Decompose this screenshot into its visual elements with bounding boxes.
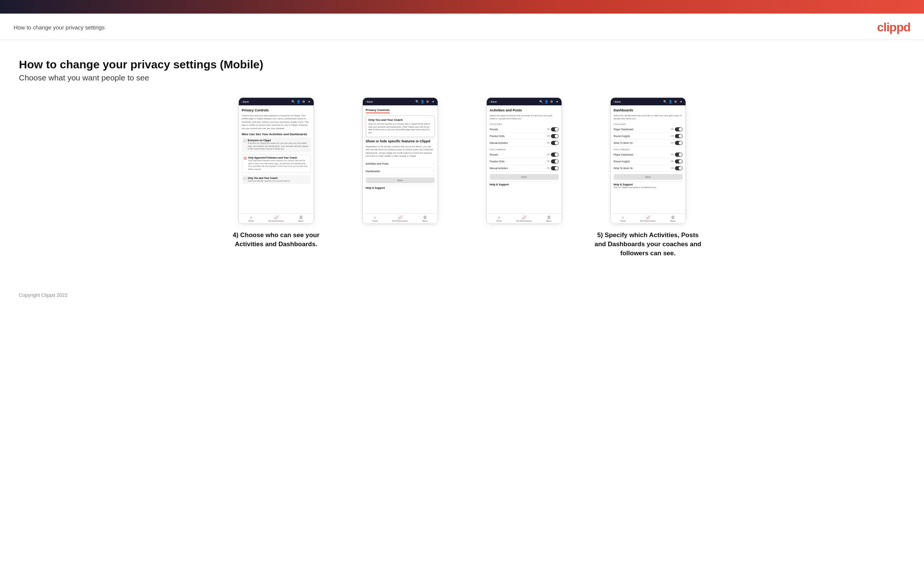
coaches-what-to-work-row: What To Work On ON (614, 140, 683, 147)
search-icon-4[interactable]: 🔍 (663, 100, 667, 103)
followers-what-to-work-toggle[interactable] (675, 166, 683, 170)
performance-icon-4: 📈 (646, 216, 650, 219)
bottom-nav-home-3[interactable]: ⌂ Home (487, 216, 512, 222)
person-icon-2[interactable]: 👤 (421, 100, 425, 103)
back-button-2[interactable]: ‹ Back (365, 100, 373, 103)
phone-bottom-nav-3: ⌂ Home 📈 My Performance ☰ Menu (487, 213, 562, 224)
coaches-what-to-work-toggle[interactable] (675, 141, 683, 145)
person-icon-3[interactable]: 👤 (544, 100, 548, 103)
followers-player-dashboard-row: Player Dashboard ON (614, 152, 683, 158)
bottom-nav-performance-2[interactable]: 📈 My Performance (388, 216, 413, 222)
mockup-group-1: ‹ Back 🔍 👤 ⚙ ▾ Privacy Controls Control … (220, 97, 333, 249)
phone-screen-2: ‹ Back 🔍 👤 ⚙ ▾ Privacy Controls O (362, 97, 438, 224)
settings-icon[interactable]: ⚙ (302, 100, 306, 103)
top-bar (0, 0, 924, 14)
followers-round-insights-toggle[interactable] (675, 160, 683, 163)
bottom-nav-performance-3[interactable]: 📈 My Performance (512, 216, 536, 222)
bottom-nav-menu-1[interactable]: ☰ Menu (289, 216, 314, 222)
privacy-tab-2: Privacy Controls (366, 108, 390, 113)
phone-screen-3: ‹ Back 🔍 👤 ⚙ ▾ Activities and Posts Sele… (486, 97, 562, 224)
search-icon-2[interactable]: 🔍 (415, 100, 419, 103)
phone-nav-1: ‹ Back 🔍 👤 ⚙ ▾ (239, 98, 314, 105)
section-title-3: Activities and Posts (490, 108, 559, 112)
save-btn-2[interactable]: Save (366, 177, 435, 183)
back-button-3[interactable]: ‹ Back (489, 100, 497, 103)
home-icon-4: ⌂ (622, 216, 624, 219)
coaches-drills-toggle[interactable] (551, 134, 559, 138)
followers-drills-row: Practice Drills ON (490, 158, 559, 165)
mockups-row: ‹ Back 🔍 👤 ⚙ ▾ Privacy Controls Control … (19, 97, 905, 258)
home-icon-2: ⌂ (374, 216, 376, 219)
performance-icon-3: 📈 (522, 216, 527, 219)
menu-icon-1: ☰ (299, 216, 303, 219)
followers-player-dashboard-toggle[interactable] (675, 153, 683, 157)
caption-1: 4) Choose who can see your Activities an… (220, 231, 333, 249)
section-title-1: Privacy Controls (242, 108, 311, 112)
who-can-see-heading: Who Can See Your Activities and Dashboar… (242, 132, 311, 136)
popup-title: Only You and Your Coach (368, 118, 432, 122)
radio-only-you[interactable] (243, 177, 246, 180)
coaches-player-dashboard-toggle[interactable] (675, 127, 683, 131)
phone-nav-4: ‹ Back 🔍 👤 ⚙ ▾ (611, 98, 685, 105)
help-desc-4: Visit our Clippd community to troublesho… (614, 186, 683, 189)
radio-everyone[interactable] (243, 139, 246, 142)
mockup-group-4: ‹ Back 🔍 👤 ⚙ ▾ Dashboards Select the das… (591, 97, 705, 258)
option-only-you[interactable]: Only You and Your Coach Only you and the… (242, 175, 311, 184)
save-btn-3[interactable]: Save (490, 174, 559, 180)
save-btn-4[interactable]: Save (614, 174, 683, 180)
show-hide-desc: Regardless of the privacy controls that … (366, 145, 435, 158)
followers-what-to-work-row: What To Work On ON (614, 165, 683, 172)
search-icon-3[interactable]: 🔍 (539, 100, 543, 103)
phone-screen-4: ‹ Back 🔍 👤 ⚙ ▾ Dashboards Select the das… (610, 97, 686, 224)
bottom-nav-home-4[interactable]: ⌂ Home (611, 216, 636, 222)
phone-bottom-nav-4: ⌂ Home 📈 My Performance ☰ Menu (611, 213, 685, 224)
phone-screen-1: ‹ Back 🔍 👤 ⚙ ▾ Privacy Controls Control … (239, 97, 314, 224)
logo: clippd (877, 20, 910, 34)
main-content: How to change your privacy settings (Mob… (0, 40, 924, 285)
dashboards-row[interactable]: Dashboards › (366, 168, 435, 175)
performance-icon-2: 📈 (398, 216, 402, 219)
chevron-down-icon-3: ▾ (555, 100, 559, 103)
bottom-nav-home-2[interactable]: ⌂ Home (363, 216, 388, 222)
bottom-nav-performance-1[interactable]: 📈 My Performance (264, 216, 289, 222)
followers-rounds-toggle[interactable] (551, 153, 559, 157)
coaches-round-insights-row: Round Insights ON (614, 133, 683, 140)
settings-icon-3[interactable]: ⚙ (550, 100, 554, 103)
help-section-2: Help & Support (366, 185, 435, 189)
activities-posts-row[interactable]: Activities and Posts › (366, 160, 435, 168)
bottom-nav-performance-4[interactable]: 📈 My Performance (636, 216, 661, 222)
coaches-manual-row: Manual Activities ON (490, 140, 559, 147)
chevron-down-icon-4: ▾ (679, 100, 683, 103)
followers-manual-toggle[interactable] (551, 166, 559, 170)
help-section-4: Help & Support (614, 181, 683, 186)
bottom-nav-menu-2[interactable]: ☰ Menu (413, 216, 438, 222)
header-title: How to change your privacy settings (14, 24, 105, 31)
page-header: How to change your privacy settings clip… (0, 14, 924, 40)
person-icon[interactable]: 👤 (297, 100, 300, 103)
option-approved[interactable]: Only Approved Followers and Your Coach O… (242, 155, 311, 173)
back-button-1[interactable]: ‹ Back (241, 100, 249, 103)
coaches-rounds-toggle[interactable] (551, 127, 559, 131)
menu-icon-4: ☰ (671, 216, 675, 219)
help-section-3: Help & Support (490, 181, 559, 186)
chevron-down-icon-2: ▾ (431, 100, 435, 103)
coaches-manual-toggle[interactable] (551, 141, 559, 145)
followers-drills-toggle[interactable] (551, 160, 559, 163)
search-icon[interactable]: 🔍 (291, 100, 295, 103)
coaches-drills-row: Practice Drills ON (490, 133, 559, 140)
coaches-round-insights-toggle[interactable] (675, 134, 683, 138)
chevron-dashboards: › (433, 169, 435, 173)
bottom-nav-home-1[interactable]: ⌂ Home (239, 216, 264, 222)
settings-icon-4[interactable]: ⚙ (674, 100, 678, 103)
bottom-nav-menu-4[interactable]: ☰ Menu (661, 216, 685, 222)
settings-icon-2[interactable]: ⚙ (426, 100, 430, 103)
bottom-nav-menu-3[interactable]: ☰ Menu (536, 216, 562, 222)
mockup-group-3: ‹ Back 🔍 👤 ⚙ ▾ Activities and Posts Sele… (467, 97, 581, 224)
option-everyone[interactable]: Everyone on Clippd Everyone on Clippd ca… (242, 137, 311, 152)
radio-approved[interactable] (244, 157, 247, 160)
followers-manual-row: Manual Activities ON (490, 165, 559, 172)
back-button-4[interactable]: ‹ Back (613, 100, 621, 103)
nav-icons-2: 🔍 👤 ⚙ ▾ (415, 100, 435, 103)
person-icon-4[interactable]: 👤 (669, 100, 672, 103)
phone-body-1: Privacy Controls Control how and your da… (239, 105, 314, 211)
